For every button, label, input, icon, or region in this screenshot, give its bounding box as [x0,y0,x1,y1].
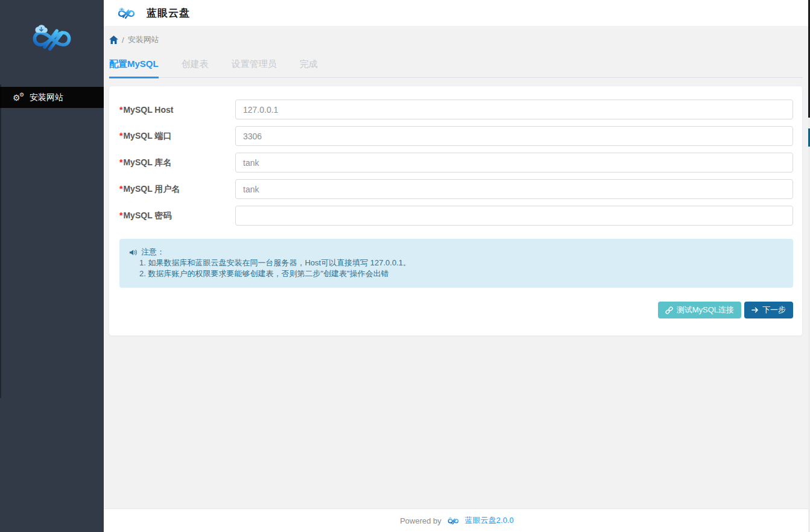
notice-item: 2. 数据库账户的权限要求要能够创建表，否则第二步"创建表"操作会出错 [129,268,783,279]
install-page: ⚙⚙ 安装网站 蓝眼云盘 / [0,0,810,532]
form-row-username: *MySQL 用户名 [119,179,793,199]
required-asterisk: * [119,157,122,167]
breadcrumb-home-link[interactable] [109,36,118,44]
form-row-port: *MySQL 端口 [119,126,793,146]
field-label-port: *MySQL 端口 [119,131,235,142]
required-asterisk: * [119,131,122,141]
form-row-password: *MySQL 密码 [119,206,793,226]
wizard-tabs: 配置MySQL 创建表 设置管理员 完成 [109,55,803,78]
required-asterisk: * [119,184,122,194]
sidebar-menu: ⚙⚙ 安装网站 [0,87,104,108]
home-icon [109,36,118,44]
breadcrumb: / 安装网站 [109,26,803,55]
tab-create-tables[interactable]: 创建表 [182,55,209,78]
notice-alert: 注意： 1. 如果数据库和蓝眼云盘安装在同一台服务器，Host可以直接填写 12… [119,239,793,288]
powered-by-text: Powered by [400,516,441,525]
mysql-database-input[interactable] [235,153,793,173]
sidebar-logo [0,0,104,56]
header: 蓝眼云盘 [104,0,810,26]
notice-title: 注意： [141,247,165,258]
breadcrumb-current: 安装网站 [128,34,159,45]
next-step-button[interactable]: 下一步 [744,302,793,318]
field-label-database: *MySQL 库名 [119,157,235,168]
notice-item: 1. 如果数据库和蓝眼云盘安装在同一台服务器，Host可以直接填写 127.0.… [129,258,783,268]
tab-finish[interactable]: 完成 [300,55,318,78]
tab-configure-mysql[interactable]: 配置MySQL [109,55,159,78]
footer: Powered by 蓝眼云盘2.0.0 [104,508,810,532]
app-title: 蓝眼云盘 [147,6,190,20]
tab-set-admin[interactable]: 设置管理员 [232,55,277,78]
sidebar-item-install-website[interactable]: ⚙⚙ 安装网站 [0,87,104,108]
arrow-right-icon [751,306,759,314]
mysql-port-input[interactable] [235,126,793,146]
actions-bar: 测试MySQL连接 下一步 [119,302,793,318]
field-label-username: *MySQL 用户名 [119,184,235,195]
gears-icon: ⚙⚙ [13,93,26,103]
sidebar-item-label: 安装网站 [30,92,63,103]
test-mysql-connection-button[interactable]: 测试MySQL连接 [658,302,741,318]
content: / 安装网站 配置MySQL 创建表 设置管理员 完成 *MySQL Host … [104,26,810,508]
notice-title-row: 注意： [129,247,783,258]
mysql-username-input[interactable] [235,179,793,199]
cloud-infinity-logo-icon [24,20,80,56]
link-icon [665,306,673,314]
required-asterisk: * [119,211,122,220]
form-row-host: *MySQL Host [119,100,793,119]
header-logo-icon[interactable] [114,5,139,21]
required-asterisk: * [119,105,122,115]
mysql-config-panel: *MySQL Host *MySQL 端口 *MySQL 库名 *MySQL 用… [109,86,803,336]
form-row-database: *MySQL 库名 [119,153,793,173]
mysql-host-input[interactable] [235,100,793,119]
sidebar: ⚙⚙ 安装网站 [0,0,104,532]
sidebar-edge-shadow [0,84,1,398]
version-link[interactable]: 蓝眼云盘2.0.0 [465,515,514,526]
bullhorn-icon [129,249,138,256]
footer-logo-icon [445,516,461,526]
main-area: 蓝眼云盘 / 安装网站 配置MySQL 创建表 设置管理员 完成 [104,0,810,532]
field-label-host: *MySQL Host [119,105,235,115]
mysql-password-input[interactable] [235,206,793,226]
breadcrumb-separator: / [122,36,124,45]
field-label-password: *MySQL 密码 [119,211,235,221]
